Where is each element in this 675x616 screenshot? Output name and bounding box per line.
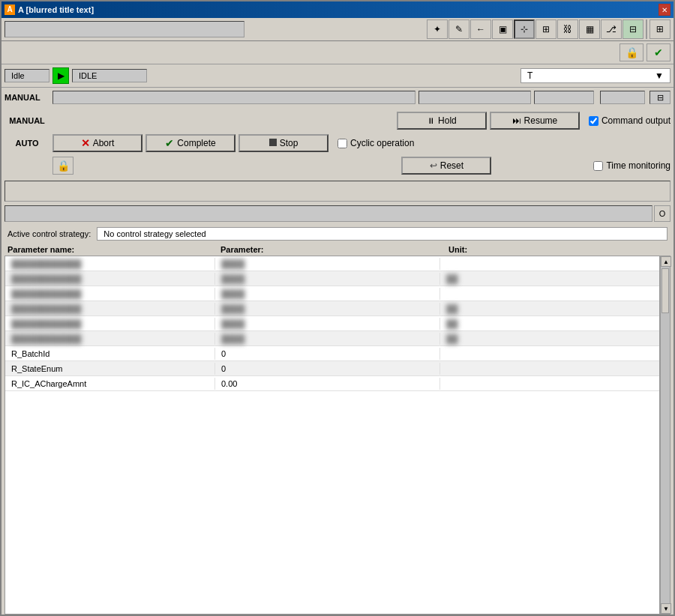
reset-label: Reset: [440, 160, 464, 171]
complete-button[interactable]: ✔ Complete: [146, 134, 236, 152]
param-unit-cell: [440, 292, 515, 295]
table-row: ██████████████████: [5, 271, 659, 286]
scroll-up-button[interactable]: ▲: [661, 256, 671, 267]
param-name-cell: R_IC_AChargeAmnt: [5, 378, 215, 390]
abort-label: Abort: [93, 138, 115, 148]
param-value-cell: 0.00: [215, 378, 440, 390]
toolbar-btn-8[interactable]: ▦: [579, 19, 600, 39]
play-button[interactable]: ▶: [52, 67, 69, 84]
resume-button[interactable]: ⏭ Resume: [490, 112, 580, 130]
param-unit-header: Unit:: [448, 245, 524, 254]
reset-icon: ↩: [430, 160, 437, 171]
toolbar-btn-2[interactable]: ✎: [448, 19, 470, 39]
param-value-cell: ████: [215, 333, 440, 345]
close-button[interactable]: ✕: [658, 4, 670, 16]
toolbar-btn-6[interactable]: ⊞: [536, 19, 556, 39]
params-table-area: ████████████████████████████████████████…: [2, 256, 674, 615]
strategy-bar: Active control strategy: No control stra…: [2, 224, 674, 244]
time-monitoring-checkbox[interactable]: [593, 161, 603, 171]
toolbar-btn-5[interactable]: ⊹: [514, 19, 535, 39]
param-name-cell: ████████████: [5, 258, 215, 270]
manual-bar: MANUAL ⊟: [2, 88, 674, 107]
t-dropdown[interactable]: T ▼: [520, 68, 670, 83]
table-row: R_IC_AChargeAmnt0.00: [5, 376, 659, 391]
t-value: T: [527, 70, 532, 81]
resume-label: Resume: [524, 115, 558, 126]
toolbar-side-btn[interactable]: ⊞: [650, 19, 670, 39]
reset-button[interactable]: ↩ Reset: [401, 157, 491, 175]
time-monitoring-group: Time monitoring: [593, 160, 670, 171]
toolbar-btn-9[interactable]: ⎇: [601, 19, 622, 39]
scroll-thumb[interactable]: [662, 268, 669, 313]
auto-row-label: AUTO: [4, 139, 50, 148]
idle-state-label: IDLE: [72, 69, 147, 82]
strategy-label: Active control strategy:: [8, 229, 91, 238]
hold-button[interactable]: ⏸ Hold: [397, 112, 487, 130]
params-header: Parameter name: Parameter: Unit:: [2, 244, 674, 256]
pause-icon: ⏸: [427, 116, 435, 125]
abort-x-icon: ✕: [81, 137, 90, 149]
manual-row-label: MANUAL: [4, 116, 50, 125]
toolbar-btn-1[interactable]: ✦: [427, 19, 448, 39]
toolbar-btn-3[interactable]: ←: [470, 19, 491, 39]
command-output-checkbox[interactable]: [589, 116, 598, 126]
window-title: A [blurred title text]: [18, 5, 94, 14]
dropdown-arrow-icon: ▼: [655, 70, 664, 81]
param-name-cell: ████████████: [5, 303, 215, 315]
toolbar-btn-7[interactable]: ⛓: [557, 19, 578, 39]
lock-button[interactable]: 🔒: [620, 43, 644, 61]
params-table: ████████████████████████████████████████…: [4, 256, 660, 615]
idle-status: Idle: [4, 69, 50, 82]
param-name-cell: R_StateEnum: [5, 363, 215, 375]
check-button[interactable]: ✔: [646, 43, 670, 61]
toolbar-right: ✦ ✎ ← ▣ ⊹ ⊞ ⛓ ▦ ⎇ ⊟ ⊞: [427, 19, 670, 39]
complete-check-icon: ✔: [165, 137, 174, 149]
cyclic-operation-label: Cyclic operation: [350, 138, 414, 148]
title-bar-left: A A [blurred title text]: [4, 4, 94, 15]
stop-icon: [269, 138, 277, 148]
stop-label: Stop: [280, 138, 298, 148]
param-value-cell: ████: [215, 303, 440, 315]
command-output-label: Command output: [602, 115, 670, 126]
auto-control-row: AUTO ✕ Abort ✔ Complete Stop Cyclic oper…: [4, 133, 670, 154]
abort-button[interactable]: ✕ Abort: [52, 134, 142, 152]
param-unit-cell: ██: [440, 303, 515, 315]
lock-row-icon: 🔒: [52, 157, 74, 175]
o-button[interactable]: O: [654, 205, 670, 222]
command-output-group: Command output: [589, 115, 670, 126]
toolbar-btn-10[interactable]: ⊟: [622, 19, 644, 39]
resume-icon: ⏭: [512, 115, 521, 126]
param-name-header: Parameter name:: [8, 245, 218, 254]
param-value-cell: 0: [215, 363, 440, 375]
param-value-cell: ████: [215, 288, 440, 300]
param-unit-cell: [440, 352, 515, 355]
cyclic-operation-checkbox[interactable]: [338, 139, 347, 148]
param-unit-cell: [440, 382, 515, 385]
strategy-value: No control strategy selected: [97, 227, 668, 241]
scroll-down-button[interactable]: ▼: [661, 603, 671, 614]
param-value-cell: ████: [215, 318, 440, 330]
app-icon: A: [4, 4, 15, 15]
param-value-cell: ████: [215, 273, 440, 285]
table-row: ████████████████: [5, 256, 659, 271]
stop-button[interactable]: Stop: [238, 134, 328, 152]
table-row: R_StateEnum0: [5, 361, 659, 376]
o-bar: O: [2, 203, 674, 224]
info-bar: [4, 181, 670, 202]
param-value-cell: 0: [215, 348, 440, 360]
top-toolbar: ✦ ✎ ← ▣ ⊹ ⊞ ⛓ ▦ ⎇ ⊟ ⊞: [2, 18, 674, 41]
controls-area: MANUAL ⏸ Hold ⏭ Resume Command output AU…: [2, 107, 674, 179]
table-row: ██████████████████: [5, 316, 659, 331]
param-name-cell: ████████████: [5, 288, 215, 300]
table-row: R_BatchId0: [5, 346, 659, 361]
toolbar-btn-4[interactable]: ▣: [492, 19, 513, 39]
second-toolbar: 🔒 ✔: [2, 41, 674, 64]
table-row: ████████████████: [5, 286, 659, 301]
o-field: [4, 205, 652, 222]
scrollbar[interactable]: ▲ ▼: [660, 256, 670, 615]
table-row: ██████████████████: [5, 331, 659, 346]
param-name-cell: ████████████: [5, 318, 215, 330]
param-name-cell: ████████████: [5, 273, 215, 285]
param-name-cell: R_BatchId: [5, 348, 215, 360]
main-window: A A [blurred title text] ✕ ✦ ✎ ← ▣ ⊹ ⊞ ⛓…: [0, 0, 675, 616]
